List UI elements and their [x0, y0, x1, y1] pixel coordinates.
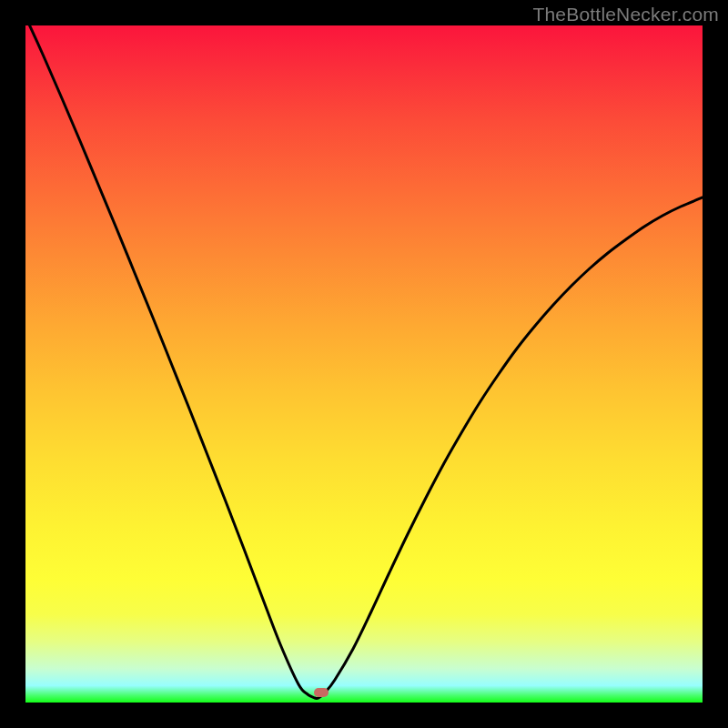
plot-area [25, 25, 703, 703]
bottleneck-curve-path [25, 25, 703, 699]
chart-frame: TheBottleNecker.com [0, 0, 728, 728]
bottleneck-curve [25, 25, 703, 703]
watermark-text: TheBottleNecker.com [532, 4, 719, 25]
optimum-marker [314, 688, 329, 697]
